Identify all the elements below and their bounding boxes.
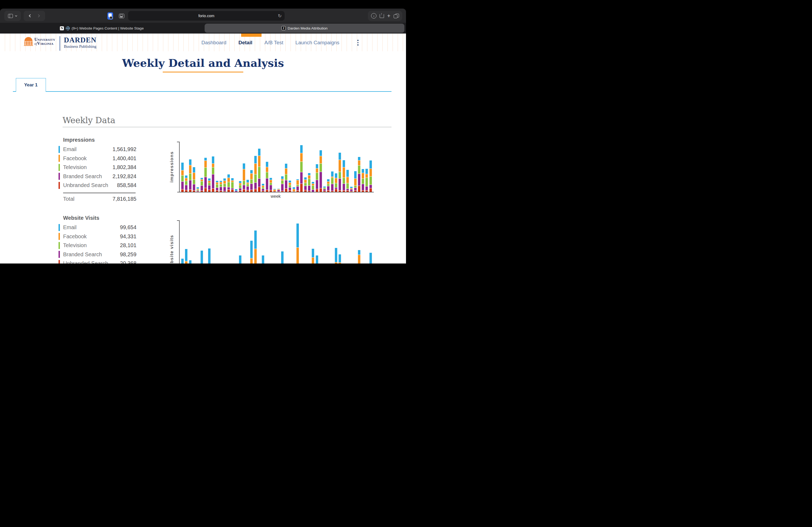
bar-segment bbox=[289, 185, 291, 187]
tab-overview-icon[interactable] bbox=[394, 14, 399, 18]
browser-tab-website-pages[interactable]: N (9+) Website Pages Content | Website S… bbox=[0, 23, 204, 33]
stacked-bar bbox=[201, 178, 203, 192]
bar-segment bbox=[346, 183, 349, 189]
bar-segment bbox=[266, 172, 268, 178]
sidebar-toggle-button[interactable] bbox=[4, 11, 21, 21]
bar-segment bbox=[296, 179, 299, 180]
impressions-list: Email1,561,992Facebook1,400,401Televisio… bbox=[59, 145, 136, 190]
bar-segment bbox=[239, 181, 242, 183]
stacked-bar bbox=[289, 180, 291, 192]
bar-segment bbox=[327, 182, 330, 184]
bar-segment bbox=[223, 181, 226, 183]
bar-segment bbox=[250, 170, 253, 174]
bar-segment bbox=[289, 191, 291, 192]
bar-segment bbox=[281, 181, 284, 184]
stacked-bar bbox=[254, 156, 257, 192]
metric-value: 98,259 bbox=[120, 252, 136, 258]
nav-detail[interactable]: Detail bbox=[238, 40, 252, 46]
new-tab-icon[interactable]: + bbox=[387, 13, 390, 18]
bar-segment bbox=[293, 187, 295, 189]
bar-segment bbox=[358, 161, 360, 165]
bar-segment bbox=[239, 183, 242, 185]
series-color-swatch bbox=[59, 182, 60, 189]
bar-segment bbox=[338, 254, 341, 262]
stacked-bar bbox=[281, 251, 284, 264]
bar-segment bbox=[216, 184, 218, 187]
bar-segment bbox=[338, 160, 341, 172]
stacked-bar bbox=[358, 250, 360, 264]
address-bar[interactable]: forio.com ↻ bbox=[128, 11, 285, 21]
stacked-bar bbox=[189, 260, 191, 264]
bar-segment bbox=[243, 185, 245, 189]
browser-tab-darden-media-attribution[interactable]: / Darden Media Attribution bbox=[205, 24, 404, 33]
stacked-bar bbox=[323, 186, 326, 192]
stacked-bar bbox=[181, 162, 184, 192]
bar-segment bbox=[362, 179, 364, 184]
series-color-swatch bbox=[59, 242, 60, 249]
bar-segment bbox=[358, 250, 360, 255]
bar-segment bbox=[262, 187, 264, 189]
bar-segment bbox=[189, 174, 191, 180]
reload-icon[interactable]: ↻ bbox=[278, 13, 282, 19]
bar-segment bbox=[338, 263, 341, 264]
stacked-bar bbox=[365, 168, 368, 192]
stacked-bar bbox=[266, 162, 268, 192]
visits-chart bbox=[181, 220, 374, 264]
stacked-bar bbox=[231, 178, 234, 192]
bar-segment bbox=[258, 149, 260, 156]
bar-segment bbox=[201, 180, 203, 181]
bar-segment bbox=[365, 174, 368, 178]
bar-segment bbox=[250, 174, 253, 179]
kebab-menu-icon[interactable] bbox=[358, 40, 359, 46]
share-icon[interactable] bbox=[380, 14, 384, 18]
stacked-bar bbox=[235, 189, 237, 192]
stacked-bar bbox=[246, 180, 249, 192]
bar-segment bbox=[181, 259, 184, 264]
stacked-bar bbox=[312, 182, 314, 192]
bar-segment bbox=[220, 187, 222, 191]
bar-segment bbox=[216, 191, 218, 192]
bar-segment bbox=[270, 185, 272, 190]
stacked-bar bbox=[250, 170, 253, 192]
main-nav: Dashboard Detail A/B Test Launch Campaig… bbox=[201, 39, 359, 47]
title-underline bbox=[163, 72, 243, 73]
stacked-bar bbox=[281, 176, 284, 192]
bar-segment bbox=[204, 161, 207, 167]
website-visits-heading: Website Visits bbox=[59, 215, 136, 221]
bar-segment bbox=[239, 189, 242, 190]
visits-chart-y-axis bbox=[179, 220, 180, 264]
bar-segment bbox=[365, 191, 368, 192]
bar-segment bbox=[262, 191, 264, 192]
brand-logos: University ofVirginia DARDEN Business Pu… bbox=[24, 36, 97, 50]
stacked-bar bbox=[300, 145, 303, 192]
bar-segment bbox=[369, 253, 372, 264]
bar-segment bbox=[228, 182, 230, 187]
stacked-bar bbox=[216, 181, 218, 192]
bar-segment bbox=[323, 191, 326, 192]
nav-launch-campaigns[interactable]: Launch Campaigns bbox=[295, 40, 339, 46]
forward-button[interactable] bbox=[37, 14, 40, 17]
bar-segment bbox=[354, 186, 357, 187]
bar-segment bbox=[285, 175, 287, 180]
bar-segment bbox=[316, 168, 318, 172]
content-blocker-extension-icon[interactable] bbox=[107, 12, 113, 19]
reader-view-icon[interactable] bbox=[119, 14, 124, 18]
tab-year-1[interactable]: Year 1 bbox=[16, 78, 46, 92]
metric-label: Email bbox=[63, 224, 76, 230]
bar-segment bbox=[208, 178, 211, 181]
bar-segment bbox=[308, 176, 310, 179]
bar-segment bbox=[185, 176, 187, 178]
back-button[interactable] bbox=[29, 14, 32, 17]
bar-segment bbox=[293, 189, 295, 191]
nav-dashboard[interactable]: Dashboard bbox=[201, 40, 226, 46]
bar-segment bbox=[266, 162, 268, 167]
stacked-bar bbox=[338, 152, 341, 192]
stacked-bar bbox=[293, 187, 295, 192]
bar-segment bbox=[204, 158, 207, 161]
downloads-icon[interactable]: ↓ bbox=[371, 13, 376, 18]
nav-ab-test[interactable]: A/B Test bbox=[264, 40, 283, 46]
stacked-bar bbox=[204, 157, 207, 192]
bar-segment bbox=[250, 180, 253, 183]
bar-segment bbox=[320, 150, 322, 156]
metric-label: Facebook bbox=[63, 234, 87, 240]
